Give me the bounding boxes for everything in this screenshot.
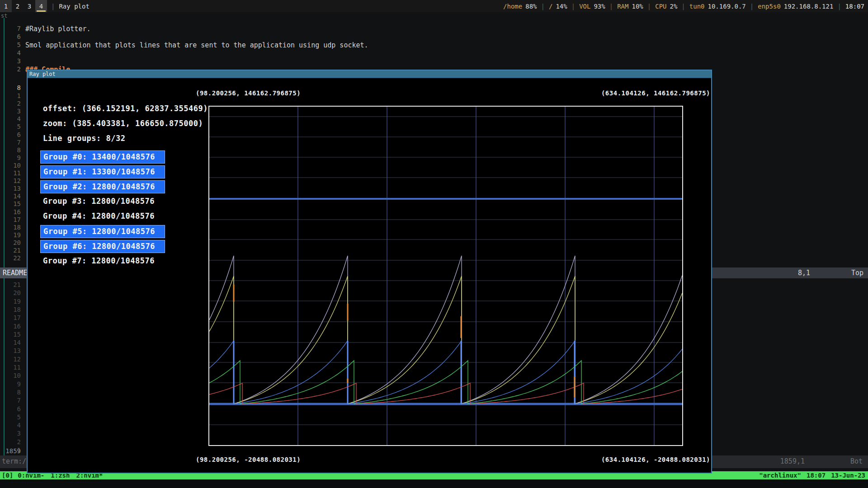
line-number: 2 [5,66,21,73]
group-toggle-0[interactable]: Group #0: 13400/1048576 [40,150,165,164]
group-toggle-3[interactable]: Group #3: 12800/1048576 [40,195,164,207]
line-number: 13 [5,347,21,354]
stat-value: 93% [594,3,605,10]
line-number: 3 [5,430,21,437]
line-text: Smol application that plots lines that a… [25,41,368,49]
plot-corner-top-left: (98.200256, 146162.796875) [196,89,301,97]
line-number: 16 [5,323,21,330]
line-number: 11 [5,169,21,177]
line-number: 15 [5,331,21,338]
editor-line: 5Smol application that plots lines that … [0,41,868,49]
line-number: 13 [5,185,21,192]
group-toggle-4[interactable]: Group #4: 12800/1048576 [40,210,164,222]
editor-line: 4 [0,49,868,57]
stat-value: 192.168.8.121 [784,3,834,10]
line-number: 6 [5,131,21,138]
line-number: 3 [5,108,21,115]
focused-window-title: Ray plot [59,3,89,10]
statusline2-filename: term:/ [2,455,26,467]
tmux-session-badge: [0] [2,472,13,479]
line-number: 14 [5,192,21,200]
line-number: 4 [5,422,21,429]
statusline2-scroll-indicator: Bot [850,455,863,467]
stat-separator: | [571,3,575,10]
line-number: 5 [5,123,21,130]
tmux-right-status: "archlinux" 18:07 13-Jun-23 [759,472,868,479]
plot-canvas[interactable] [208,106,683,446]
window-titlebar[interactable]: Ray plot [28,70,711,78]
line-number: 9 [5,154,21,161]
line-number: 19 [5,298,21,305]
tmux-hostname: "archlinux" [759,472,801,479]
line-number: 4 [5,115,21,122]
line-number: 2 [5,438,21,446]
stat-label-enp5s0: enp5s0 [758,3,781,10]
tmux-time: 18:07 [807,472,826,479]
line-number: 10 [5,372,21,379]
line-number: 9 [5,380,21,388]
topbar-stats: /home88%|/14%|VOL93%|RAM10%|CPU2%|tun010… [503,3,868,10]
line-number: 5 [5,413,21,421]
line-number: 22 [5,254,21,262]
plot-corner-bottom-left: (98.200256, -20488.082031) [196,456,301,463]
stat-separator: | [609,3,613,10]
workspace-list: 1234 [0,0,47,12]
top-bar: 1234 | Ray plot /home88%|/14%|VOL93%|RAM… [0,0,868,12]
statusline-cursor-position: 8,1 [798,267,810,278]
line-groups-readout: Line groups: 8/32 [43,134,126,143]
stat-label-: / [549,3,552,10]
line-number: 20 [5,289,21,296]
workspace-button-3[interactable]: 3 [24,0,35,12]
stat-separator: | [750,3,754,10]
group-toggle-2[interactable]: Group #2: 12800/1048576 [40,180,165,193]
editor-line: 6 [0,33,868,41]
stat-separator: | [541,3,545,10]
line-number: 16 [5,208,21,216]
line-number: 21 [5,247,21,254]
line-number: 17 [5,314,21,321]
editor-line: 7#Raylib plotter. [0,25,868,33]
ray-plot-window: Ray plot offset: (366.152191, 62837.3554… [27,70,712,474]
stat-label-VOL: VOL [579,3,590,10]
line-number: 7 [5,25,21,32]
line-number: 12 [5,177,21,184]
group-toggle-6[interactable]: Group #6: 12800/1048576 [40,240,165,253]
stat-separator: | [837,3,841,10]
line-number: 6 [5,33,21,40]
line-number: 2 [5,100,21,107]
gutter-accent-line [4,278,5,455]
topbar-separator: | [51,3,55,10]
stat-value: 14% [556,3,567,10]
current-line-number: 8 [5,84,21,91]
current-line-number: 1859 [3,447,21,455]
workspace-button-4[interactable]: 4 [35,0,47,12]
statusline2-cursor-position: 1859,1 [780,455,805,467]
line-number: 6 [5,405,21,413]
line-number: 17 [5,216,21,223]
workspace-button-2[interactable]: 2 [12,0,24,12]
line-number: 11 [5,364,21,371]
line-number: 12 [5,356,21,363]
plot-area[interactable] [208,106,683,446]
stat-separator: | [681,3,685,10]
line-number: 21 [5,281,21,288]
editor-line: 3 [0,57,868,66]
group-toggle-1[interactable]: Group #1: 13300/1048576 [40,165,165,178]
stat-label-tun0: tun0 [689,3,705,10]
line-number: 19 [5,231,21,239]
statusline-filename: README [0,267,26,278]
line-number: 4 [5,49,21,56]
line-number: 18 [5,306,21,313]
stat-value: 88% [525,3,537,10]
stat-label-RAM: RAM [617,3,628,10]
workspace-button-1[interactable]: 1 [0,0,12,12]
line-number: 20 [5,239,21,246]
line-number: 8 [5,146,21,154]
stat-label-CPU: CPU [655,3,666,10]
group-toggle-7[interactable]: Group #7: 12800/1048576 [40,255,164,267]
line-number: 5 [5,41,21,48]
line-number: 3 [5,57,21,65]
line-text: #Raylib plotter. [25,25,91,33]
line-number: 7 [5,397,21,404]
group-toggle-5[interactable]: Group #5: 12800/1048576 [40,225,165,238]
